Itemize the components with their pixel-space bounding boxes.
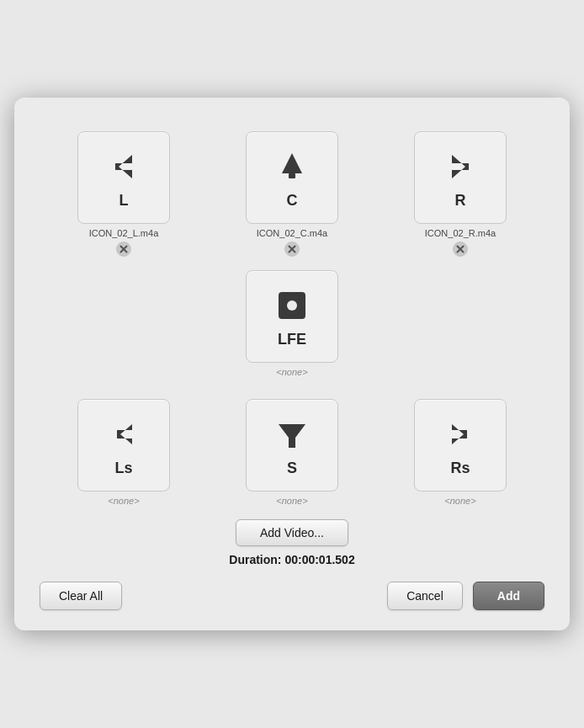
svg-marker-17 — [452, 424, 467, 444]
channel-filename-Ls: <none> — [108, 496, 139, 506]
channel-label-LFE: LFE — [278, 331, 306, 348]
channel-cell-R: R ICON_02_R.m4a — [376, 123, 544, 262]
remove-L-button[interactable] — [116, 242, 131, 257]
channel-filename-LFE: <none> — [276, 367, 307, 377]
channel-cell-LFE: LFE <none> — [237, 262, 347, 382]
svg-marker-4 — [282, 153, 302, 173]
channel-icon-Rs[interactable]: Rs — [414, 399, 507, 492]
channel-filename-Rs: <none> — [444, 496, 475, 506]
duration-display: Duration: 00:00:01.502 — [229, 553, 354, 566]
channel-cell-Ls: Ls <none> — [40, 391, 208, 511]
channel-label-C: C — [287, 192, 298, 210]
svg-marker-0 — [115, 155, 132, 178]
Ls-icon — [104, 414, 144, 454]
channel-label-L: L — [119, 192, 129, 210]
channel-icon-C[interactable]: C — [246, 131, 338, 224]
channel-filename-L: ICON_02_L.m4a — [89, 228, 159, 238]
channel-label-R: R — [455, 192, 466, 210]
top-channel-row: L ICON_02_L.m4a C ICON_02_C — [40, 123, 544, 262]
R-icon — [440, 146, 480, 187]
channel-icon-L[interactable]: L — [77, 131, 170, 224]
clear-all-button[interactable]: Clear All — [40, 582, 122, 610]
channel-filename-C: ICON_02_C.m4a — [257, 228, 327, 238]
C-icon — [272, 146, 312, 187]
channel-cell-C: C ICON_02_C.m4a — [208, 123, 376, 262]
channel-cell-L: L ICON_02_L.m4a — [40, 123, 208, 262]
add-button[interactable]: Add — [473, 582, 544, 610]
channel-filename-S: <none> — [276, 496, 307, 506]
S-icon — [272, 414, 312, 454]
LFE-icon — [272, 285, 312, 326]
L-icon — [104, 146, 144, 187]
svg-marker-9 — [452, 155, 469, 178]
cancel-button[interactable]: Cancel — [387, 582, 463, 610]
svg-point-14 — [287, 300, 297, 311]
channel-cell-Rs: Rs <none> — [376, 391, 544, 511]
channel-label-S: S — [287, 460, 297, 477]
remove-C-icon — [284, 242, 300, 257]
bottom-channel-row: Ls <none> S <none> Rs — [40, 391, 544, 511]
channel-label-Ls: Ls — [114, 460, 132, 477]
channel-filename-R: ICON_02_R.m4a — [425, 228, 496, 238]
Rs-icon — [440, 414, 480, 454]
add-video-button[interactable]: Add Video... — [236, 519, 348, 546]
channel-icon-Ls[interactable]: Ls — [77, 399, 170, 492]
svg-rect-5 — [289, 173, 295, 178]
remove-L-icon — [116, 242, 131, 257]
remove-C-button[interactable] — [284, 242, 300, 257]
channel-icon-LFE[interactable]: LFE — [246, 270, 338, 363]
channel-icon-R[interactable]: R — [414, 131, 507, 224]
right-footer-buttons: Cancel Add — [387, 582, 544, 610]
channel-icon-S[interactable]: S — [246, 399, 338, 492]
bottom-actions: Add Video... Duration: 00:00:01.502 — [40, 519, 544, 566]
svg-marker-16 — [279, 424, 305, 448]
footer-buttons: Clear All Cancel Add — [40, 582, 544, 610]
svg-marker-15 — [117, 424, 132, 444]
dialog: L ICON_02_L.m4a C ICON_02_C — [14, 98, 570, 630]
channel-cell-S: S <none> — [208, 391, 376, 511]
remove-R-button[interactable] — [453, 242, 468, 257]
channel-label-Rs: Rs — [450, 460, 470, 477]
lfe-row: LFE <none> — [40, 262, 544, 382]
remove-R-icon — [453, 242, 468, 257]
